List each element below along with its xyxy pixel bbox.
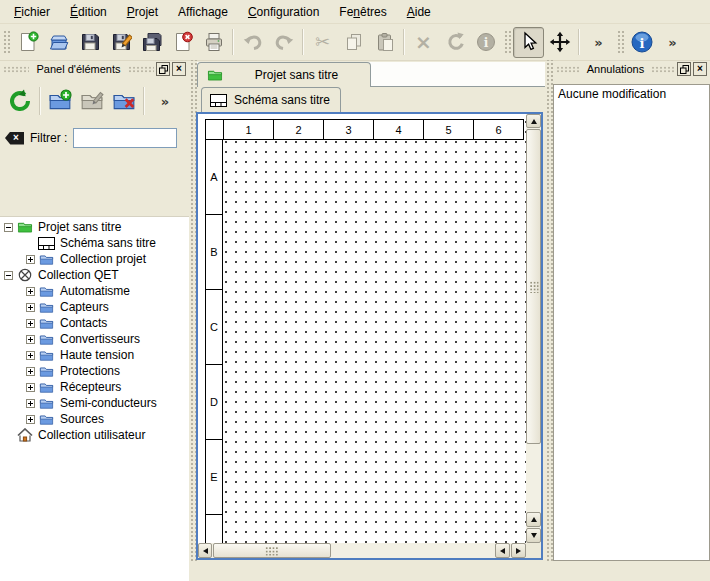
undo-list-item[interactable]: Aucune modification <box>554 85 709 103</box>
reload-icon <box>7 88 33 114</box>
toolbar-drag-handle[interactable] <box>2 29 10 55</box>
print-button[interactable] <box>198 27 229 58</box>
save-as-button[interactable] <box>105 27 136 58</box>
qet-logo-icon <box>16 268 33 282</box>
reload-button[interactable] <box>4 85 36 117</box>
frame-column-label: 1 <box>224 119 274 140</box>
tree-item-collection-utilisateur[interactable]: Collection utilisateur <box>0 427 189 443</box>
menu-configuration[interactable]: Configuration <box>238 1 329 23</box>
frame-row-headers: ABCDE <box>205 139 223 543</box>
menu-aide[interactable]: Aide <box>397 1 441 23</box>
float-panel-button[interactable] <box>156 62 170 76</box>
expander-toggle[interactable] <box>26 335 35 344</box>
menu-fichier[interactable]: Fichier <box>4 1 60 23</box>
folder-icon <box>38 412 55 427</box>
undo-panel-dock: Annulations × Aucune modification <box>553 60 710 581</box>
scroll-left-button-2[interactable] <box>495 543 510 558</box>
tree-item-haute-tension[interactable]: Haute tension <box>0 347 189 363</box>
overflow-icon: » <box>161 95 169 108</box>
scroll-down-button[interactable] <box>526 528 541 543</box>
horizontal-scroll-thumb[interactable] <box>213 543 331 558</box>
folder-delete-button[interactable] <box>108 85 140 117</box>
titlebar-grip[interactable] <box>3 66 29 73</box>
element-info-button[interactable]: i <box>470 27 501 58</box>
schema-canvas[interactable]: 123456ABCDE <box>198 114 526 543</box>
undo-panel-titlebar: Annulations × <box>553 60 710 78</box>
clear-filter-button[interactable]: × <box>5 132 24 145</box>
rotate-button[interactable] <box>439 27 470 58</box>
move-button[interactable] <box>544 27 575 58</box>
save-button[interactable] <box>74 27 105 58</box>
tree-item-capteurs[interactable]: Capteurs <box>0 299 189 315</box>
close-panel-button[interactable]: × <box>172 62 186 76</box>
tree-item-label: Collection projet <box>58 252 146 266</box>
right-dock-splitter[interactable] <box>545 60 553 561</box>
scroll-up-button[interactable] <box>526 114 541 128</box>
expander-toggle[interactable] <box>26 383 35 392</box>
tab-schema[interactable]: Schéma sans titre <box>201 87 341 112</box>
tree-item-re-cepteurs[interactable]: Récepteurs <box>0 379 189 395</box>
horizontal-scrollbar[interactable] <box>198 543 526 558</box>
folder-new-button[interactable] <box>44 85 76 117</box>
about-info-button[interactable]: i <box>626 27 657 58</box>
tree-item-sche-ma-sans-titre[interactable]: Schéma sans titre <box>0 235 189 251</box>
overflow-button[interactable]: » <box>583 27 614 58</box>
float-panel-button[interactable] <box>677 62 691 76</box>
folder-icon <box>38 380 55 395</box>
print-icon <box>203 31 225 53</box>
scroll-right-button[interactable] <box>511 543 526 558</box>
scroll-up-button-2[interactable] <box>526 512 541 527</box>
overflow-button[interactable]: » <box>657 27 688 58</box>
close-document-button[interactable] <box>167 27 198 58</box>
vertical-scroll-thumb[interactable] <box>526 129 541 444</box>
scroll-left-button[interactable] <box>198 543 212 558</box>
arrow-up-icon <box>531 517 537 522</box>
tree-item-protections[interactable]: Protections <box>0 363 189 379</box>
cut-button[interactable]: ✂ <box>307 27 338 58</box>
close-panel-button[interactable]: × <box>693 62 707 76</box>
arrow-left-icon <box>500 548 505 554</box>
folder-icon <box>38 348 55 363</box>
tree-item-collection-projet[interactable]: Collection projet <box>0 251 189 267</box>
expander-toggle[interactable] <box>26 319 35 328</box>
pointer-button[interactable] <box>513 27 544 58</box>
toolbar-drag-handle[interactable] <box>616 29 624 55</box>
tree-item-projet-sans-titre[interactable]: Projet sans titre <box>0 219 189 235</box>
expander-toggle[interactable] <box>4 223 13 232</box>
overflow-button[interactable]: » <box>149 85 181 117</box>
expander-toggle[interactable] <box>26 255 35 264</box>
menu-affichage[interactable]: Affichage <box>168 1 238 23</box>
tree-item-automatisme[interactable]: Automatisme <box>0 283 189 299</box>
tree-item-sources[interactable]: Sources <box>0 411 189 427</box>
expander-toggle[interactable] <box>4 271 13 280</box>
vertical-scrollbar[interactable] <box>526 114 541 543</box>
tree-item-semi-conducteurs[interactable]: Semi-conducteurs <box>0 395 189 411</box>
expander-toggle[interactable] <box>26 367 35 376</box>
delete-button[interactable]: × <box>408 27 439 58</box>
tab-project[interactable]: Projet sans titre <box>197 62 371 87</box>
expander-toggle[interactable] <box>26 351 35 360</box>
titlebar-grip[interactable] <box>556 66 580 73</box>
save-all-button[interactable] <box>136 27 167 58</box>
titlebar-grip[interactable] <box>651 66 675 73</box>
expander-toggle[interactable] <box>26 399 35 408</box>
redo-button[interactable] <box>268 27 299 58</box>
expander-toggle[interactable] <box>26 415 35 424</box>
titlebar-grip[interactable] <box>128 66 154 73</box>
filter-input[interactable] <box>73 128 177 148</box>
folder-edit-button[interactable] <box>76 85 108 117</box>
toolbar-drag-handle[interactable] <box>503 29 511 55</box>
copy-button[interactable] <box>338 27 369 58</box>
expander-toggle[interactable] <box>26 303 35 312</box>
undo-button[interactable] <box>237 27 268 58</box>
tree-item-contacts[interactable]: Contacts <box>0 315 189 331</box>
expander-toggle[interactable] <box>26 287 35 296</box>
tree-item-convertisseurs[interactable]: Convertisseurs <box>0 331 189 347</box>
open-document-button[interactable] <box>43 27 74 58</box>
tree-item-collection-qet[interactable]: Collection QET <box>0 267 189 283</box>
menu-e-dition[interactable]: Édition <box>60 1 117 23</box>
paste-button[interactable] <box>369 27 400 58</box>
menu-projet[interactable]: Projet <box>117 1 168 23</box>
new-document-button[interactable] <box>12 27 43 58</box>
menu-fene-tres[interactable]: Fenêtres <box>329 1 396 23</box>
